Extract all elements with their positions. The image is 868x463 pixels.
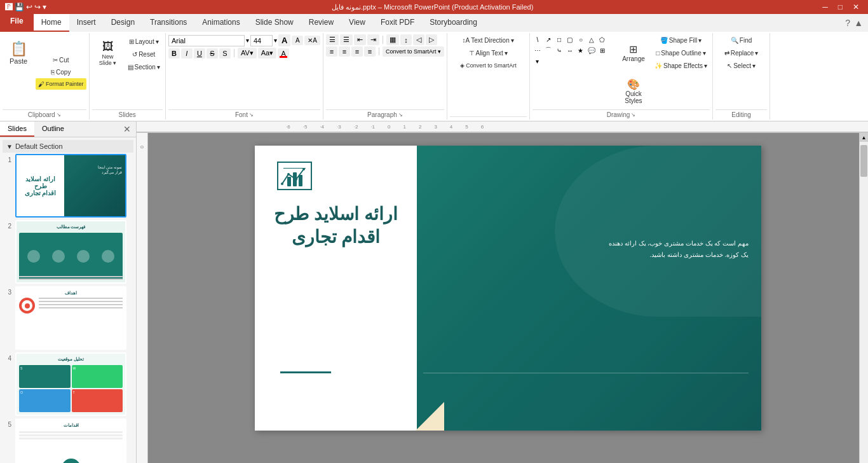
slide-thumb-2[interactable]: فهرست مطالب xyxy=(15,220,126,284)
font-name-expand-icon[interactable]: ▾ xyxy=(246,37,249,44)
shape-line[interactable]: \ xyxy=(532,34,543,45)
drawing-expand-icon[interactable]: ↘ xyxy=(631,112,635,118)
underline-button[interactable]: U xyxy=(194,48,205,59)
shadow-button[interactable]: S xyxy=(219,48,231,59)
slide-item-2[interactable]: 2 فهرست مطالب xyxy=(3,220,133,284)
scroll-up-button[interactable]: ▲ xyxy=(860,133,868,142)
close-button[interactable]: ✕ xyxy=(849,3,863,11)
rtl-button[interactable]: ◁ xyxy=(413,34,424,45)
help-icon[interactable]: ? xyxy=(845,18,850,28)
format-painter-button[interactable]: 🖌 Format Painter xyxy=(36,78,86,90)
bold-button[interactable]: B xyxy=(168,48,180,59)
char-spacing-button[interactable]: AV▾ xyxy=(238,48,257,59)
font-shrink-button[interactable]: A xyxy=(292,36,303,45)
layout-button[interactable]: ⊞ Layout▾ xyxy=(125,36,163,47)
slides-panel-close[interactable]: ✕ xyxy=(118,121,136,137)
tab-view[interactable]: View xyxy=(341,14,373,32)
slide-scroll-area[interactable]: ارائه اسلاید طرح اقدام تجاری xyxy=(148,133,868,463)
copy-button[interactable]: ⎘ Copy xyxy=(36,66,86,78)
new-slide-button[interactable]: 🖼 NewSlide ▾ xyxy=(92,34,124,71)
italic-button[interactable]: I xyxy=(181,48,193,59)
replace-button[interactable]: ⇄ Replace▾ xyxy=(715,47,767,59)
font-size-expand-icon[interactable]: ▾ xyxy=(274,37,277,44)
text-direction-button[interactable]: ↕A Text Direction ▾ xyxy=(450,34,527,46)
clear-format-button[interactable]: ✕A xyxy=(304,36,320,45)
shape-oval[interactable]: ○ xyxy=(576,34,586,45)
slide-thumb-3[interactable]: اهداف xyxy=(15,286,126,350)
tab-insert[interactable]: Insert xyxy=(69,14,104,32)
columns-button[interactable]: ▦ xyxy=(386,34,399,45)
shape-rect[interactable]: □ xyxy=(554,34,564,45)
reset-button[interactable]: ↺ Reset xyxy=(125,48,163,60)
tab-slideshow[interactable]: Slide Show xyxy=(248,14,301,32)
font-expand-icon[interactable]: ↘ xyxy=(249,112,254,118)
quick-styles-button[interactable]: 🎨 QuickStyles xyxy=(618,73,649,109)
font-color-button[interactable]: A xyxy=(278,48,289,59)
shape-star[interactable]: ★ xyxy=(576,45,586,55)
shape-callout[interactable]: 💬 xyxy=(587,45,597,55)
redo-icon[interactable]: ↪ xyxy=(34,3,41,11)
align-left-button[interactable]: ≡ xyxy=(326,46,337,57)
file-tab[interactable]: File xyxy=(0,14,34,32)
tab-animations[interactable]: Animations xyxy=(194,14,247,32)
tab-design[interactable]: Design xyxy=(104,14,142,32)
smartart-button[interactable]: Convert to SmartArt ▾ xyxy=(383,46,444,57)
strikethrough-button[interactable]: S xyxy=(207,48,218,59)
find-button[interactable]: 🔍 Find xyxy=(715,34,767,46)
shape-block[interactable]: ⊞ xyxy=(597,45,607,55)
convert-smartart-button[interactable]: ◈ Convert to SmartArt xyxy=(450,60,527,71)
section-arrow-icon[interactable]: ▼ xyxy=(6,143,13,150)
tab-foxit[interactable]: Foxit PDF xyxy=(373,14,422,32)
window-controls[interactable]: ─ □ ✕ xyxy=(818,3,863,11)
shape-arrow[interactable]: ↗ xyxy=(543,34,553,45)
line-spacing-button[interactable]: ↕ xyxy=(400,34,412,45)
vertical-scrollbar[interactable]: ▲ ▼ xyxy=(859,133,868,463)
font-grow-button[interactable]: A xyxy=(278,34,290,46)
arrange-button[interactable]: ⊞ Arrange xyxy=(618,34,649,71)
change-case-button[interactable]: Aa▾ xyxy=(258,48,276,59)
numbering-button[interactable]: ☰ xyxy=(340,34,353,45)
section-button[interactable]: ▤ Section▾ xyxy=(125,61,163,73)
slide-item-4[interactable]: 4 تحلیل موقعیت S W O T xyxy=(3,352,133,416)
font-size-input[interactable] xyxy=(250,35,273,46)
slide-thumb-1[interactable]: ارائه اسلاید طرحاقدام تجاری نمونه متن ای… xyxy=(15,154,126,218)
slide-thumb-5[interactable]: اقدامات ⊞ xyxy=(15,418,126,463)
shape-dblArr[interactable]: ↔ xyxy=(565,45,575,55)
clipboard-expand-icon[interactable]: ↘ xyxy=(57,112,61,118)
minimize-button[interactable]: ─ xyxy=(818,3,832,11)
align-text-button[interactable]: ⊤ Align Text ▾ xyxy=(450,47,527,59)
tab-storyboarding[interactable]: Storyboarding xyxy=(422,14,485,32)
align-center-button[interactable]: ≡ xyxy=(339,46,350,57)
shape-pentagon[interactable]: ⬠ xyxy=(597,34,607,45)
slide-item-5[interactable]: 5 اقدامات ⊞ xyxy=(3,418,133,463)
quick-access-toolbar[interactable]: 🅿 💾 ↩ ↪ ▾ xyxy=(5,3,46,11)
save-icon[interactable]: 💾 xyxy=(15,3,24,11)
shape-outline-button[interactable]: □ Shape Outline▾ xyxy=(652,47,710,59)
align-right-button[interactable]: ≡ xyxy=(351,46,363,57)
shape-more[interactable]: ⋯ xyxy=(532,45,543,55)
shape-connector[interactable]: ⤷ xyxy=(554,45,564,55)
slides-panel-tab-outline[interactable]: Outline xyxy=(34,121,72,137)
ltr-button[interactable]: ▷ xyxy=(426,34,437,45)
shape-triangle[interactable]: △ xyxy=(587,34,597,45)
font-name-input[interactable] xyxy=(168,35,245,46)
maximize-button[interactable]: □ xyxy=(834,3,846,11)
minimize-ribbon-icon[interactable]: ▲ xyxy=(854,18,863,28)
shape-rrect[interactable]: ▢ xyxy=(565,34,575,45)
scroll-thumb[interactable] xyxy=(860,145,867,177)
shape-expand[interactable]: ▾ xyxy=(532,56,543,66)
shape-effects-button[interactable]: ✨ Shape Effects▾ xyxy=(652,60,710,71)
slide-thumb-4[interactable]: تحلیل موقعیت S W O T xyxy=(15,352,126,416)
increase-indent-button[interactable]: ⇥ xyxy=(367,34,379,45)
tab-transitions[interactable]: Transitions xyxy=(142,14,194,32)
shape-curve[interactable]: ⌒ xyxy=(543,45,553,55)
paste-button[interactable]: 📋 Paste xyxy=(3,34,34,71)
cut-button[interactable]: ✂ Cut xyxy=(36,54,86,66)
shape-fill-button[interactable]: 🪣 Shape Fill▾ xyxy=(652,34,710,46)
slide-item-3[interactable]: 3 اهداف xyxy=(3,286,133,350)
tab-review[interactable]: Review xyxy=(301,14,341,32)
slides-panel-tab-slides[interactable]: Slides xyxy=(0,121,34,137)
decrease-indent-button[interactable]: ⇤ xyxy=(354,34,366,45)
slide-item-1[interactable]: 1 ارائه اسلاید طرحاقدام تجاری نمونه متن … xyxy=(3,154,133,218)
justify-button[interactable]: ≡ xyxy=(364,46,376,57)
